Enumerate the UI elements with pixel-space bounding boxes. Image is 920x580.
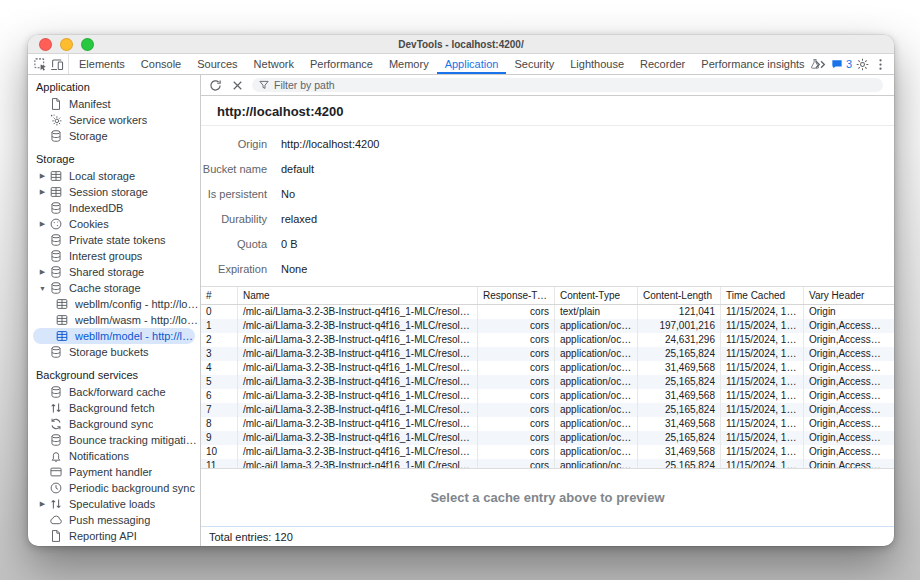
sidebar-item-periodic-background-sync[interactable]: Periodic background sync xyxy=(28,480,200,496)
sidebar-item-bounce-tracking-mitigations[interactable]: Bounce tracking mitigations xyxy=(28,432,200,448)
sidebar-item-storage[interactable]: Storage xyxy=(28,128,200,144)
table-icon xyxy=(55,297,69,311)
table-row[interactable]: 5/mlc-ai/Llama-3.2-3B-Instruct-q4f16_1-M… xyxy=(201,375,894,389)
table-cell: cors xyxy=(478,417,555,431)
sidebar-item-shared-storage[interactable]: ▶Shared storage xyxy=(28,264,200,280)
database-icon xyxy=(49,265,63,279)
sidebar-item-reporting-api[interactable]: Reporting API xyxy=(28,528,200,544)
sidebar-item-indexeddb[interactable]: IndexedDB xyxy=(28,200,200,216)
table-cell: 11/15/2024, 10… xyxy=(721,403,804,417)
tab-label: Network xyxy=(254,58,294,70)
sidebar-item-interest-groups[interactable]: Interest groups xyxy=(28,248,200,264)
more-tabs-icon[interactable] xyxy=(813,57,828,72)
tab-application[interactable]: Application xyxy=(437,54,507,74)
zoom-button[interactable] xyxy=(81,38,94,51)
column-header-response-type[interactable]: Response-Type xyxy=(478,287,555,304)
sidebar-item-storage-buckets[interactable]: Storage buckets xyxy=(28,344,200,360)
expand-right-icon[interactable]: ▶ xyxy=(36,172,49,180)
table-cell: Origin,Access… xyxy=(804,333,894,347)
tabbar-right-tools: 3 xyxy=(813,54,892,74)
sidebar-item-manifest[interactable]: Manifest xyxy=(28,96,200,112)
metadata-label: Origin xyxy=(201,138,267,150)
table-row[interactable]: 4/mlc-ai/Llama-3.2-3B-Instruct-q4f16_1-M… xyxy=(201,361,894,375)
sidebar-item-payment-handler[interactable]: Payment handler xyxy=(28,464,200,480)
column-header-vary-header[interactable]: Vary Header xyxy=(804,287,894,304)
tab-console[interactable]: Console xyxy=(133,54,189,74)
kebab-menu-icon[interactable] xyxy=(873,57,888,72)
expand-right-icon[interactable]: ▶ xyxy=(36,188,49,196)
table-row[interactable]: 11/mlc-ai/Llama-3.2-3B-Instruct-q4f16_1-… xyxy=(201,459,894,469)
table-row[interactable]: 6/mlc-ai/Llama-3.2-3B-Instruct-q4f16_1-M… xyxy=(201,389,894,403)
application-sidebar: ApplicationManifestService workersStorag… xyxy=(28,75,201,546)
column-header-time-cached[interactable]: Time Cached xyxy=(721,287,804,304)
expand-right-icon[interactable]: ▶ xyxy=(36,220,49,228)
table-cell: /mlc-ai/Llama-3.2-3B-Instruct-q4f16_1-ML… xyxy=(238,431,478,445)
sidebar-item-cache-storage[interactable]: ▼Cache storage xyxy=(28,280,200,296)
sidebar-item-label: Speculative loads xyxy=(69,498,155,510)
table-row[interactable]: 3/mlc-ai/Llama-3.2-3B-Instruct-q4f16_1-M… xyxy=(201,347,894,361)
sidebar-item-webllm-wasm-http-loca[interactable]: webllm/wasm - http://loca… xyxy=(28,312,200,328)
table-cell: /mlc-ai/Llama-3.2-3B-Instruct-q4f16_1-ML… xyxy=(238,389,478,403)
sidebar-item-speculative-loads[interactable]: ▶Speculative loads xyxy=(28,496,200,512)
sidebar-item-back-forward-cache[interactable]: Back/forward cache xyxy=(28,384,200,400)
table-cell: cors xyxy=(478,347,555,361)
column-header-name[interactable]: Name xyxy=(238,287,478,304)
sidebar-item-background-sync[interactable]: Background sync xyxy=(28,416,200,432)
table-row[interactable]: 8/mlc-ai/Llama-3.2-3B-Instruct-q4f16_1-M… xyxy=(201,417,894,431)
tab-network[interactable]: Network xyxy=(246,54,302,74)
tab-elements[interactable]: Elements xyxy=(71,54,133,74)
filter-by-path-input[interactable]: Filter by path xyxy=(252,78,883,92)
column-header-content-type[interactable]: Content-Type xyxy=(555,287,638,304)
table-row[interactable]: 2/mlc-ai/Llama-3.2-3B-Instruct-q4f16_1-M… xyxy=(201,333,894,347)
sidebar-item-local-storage[interactable]: ▶Local storage xyxy=(28,168,200,184)
sidebar-item-service-workers[interactable]: Service workers xyxy=(28,112,200,128)
issues-counter[interactable]: 3 xyxy=(831,58,852,70)
cache-entries-table: #NameResponse-TypeContent-TypeContent-Le… xyxy=(201,286,894,469)
window-titlebar[interactable]: DevTools - localhost:4200/ xyxy=(28,35,894,54)
table-row[interactable]: 7/mlc-ai/Llama-3.2-3B-Instruct-q4f16_1-M… xyxy=(201,403,894,417)
table-cell: Origin,Access… xyxy=(804,361,894,375)
table-row[interactable]: 1/mlc-ai/Llama-3.2-3B-Instruct-q4f16_1-M… xyxy=(201,319,894,333)
table-cell: application/oc… xyxy=(555,389,638,403)
sidebar-item-cookies[interactable]: ▶Cookies xyxy=(28,216,200,232)
tab-performance-insights[interactable]: Performance insights xyxy=(693,54,828,74)
table-footer: Total entries: 120 xyxy=(201,526,894,546)
column-header-[interactable]: # xyxy=(201,287,238,304)
minimize-button[interactable] xyxy=(60,38,73,51)
sidebar-item-label: Service workers xyxy=(69,114,147,126)
table-cell: Origin,Access… xyxy=(804,431,894,445)
device-toolbar-icon[interactable] xyxy=(50,57,65,72)
sidebar-item-push-messaging[interactable]: Push messaging xyxy=(28,512,200,528)
tab-recorder[interactable]: Recorder xyxy=(632,54,693,74)
inspect-element-icon[interactable] xyxy=(33,57,48,72)
sidebar-item-webllm-model-http-loc[interactable]: webllm/model - http://loc… xyxy=(33,328,195,344)
tab-memory[interactable]: Memory xyxy=(381,54,437,74)
table-row[interactable]: 9/mlc-ai/Llama-3.2-3B-Instruct-q4f16_1-M… xyxy=(201,431,894,445)
sidebar-item-notifications[interactable]: Notifications xyxy=(28,448,200,464)
refresh-icon[interactable] xyxy=(208,78,223,93)
table-cell: application/oc… xyxy=(555,361,638,375)
delete-selected-icon[interactable] xyxy=(230,78,245,93)
sidebar-item-session-storage[interactable]: ▶Session storage xyxy=(28,184,200,200)
expand-right-icon[interactable]: ▶ xyxy=(36,500,49,508)
tab-sources[interactable]: Sources xyxy=(189,54,245,74)
sidebar-item-private-state-tokens[interactable]: Private state tokens xyxy=(28,232,200,248)
filter-funnel-icon xyxy=(258,79,270,91)
expand-right-icon[interactable]: ▶ xyxy=(36,268,49,276)
table-row[interactable]: 0/mlc-ai/Llama-3.2-3B-Instruct-q4f16_1-M… xyxy=(201,305,894,319)
settings-gear-icon[interactable] xyxy=(855,57,870,72)
expand-down-icon[interactable]: ▼ xyxy=(36,285,49,292)
table-cell: application/oc… xyxy=(555,445,638,459)
sidebar-item-label: Notifications xyxy=(69,450,129,462)
sidebar-item-webllm-config-http-loc[interactable]: webllm/config - http://loc… xyxy=(28,296,200,312)
sidebar-item-background-fetch[interactable]: Background fetch xyxy=(28,400,200,416)
table-row[interactable]: 10/mlc-ai/Llama-3.2-3B-Instruct-q4f16_1-… xyxy=(201,445,894,459)
column-header-content-length[interactable]: Content-Length xyxy=(638,287,721,304)
tab-security[interactable]: Security xyxy=(506,54,562,74)
tab-label: Lighthouse xyxy=(570,58,624,70)
tab-performance[interactable]: Performance xyxy=(302,54,381,74)
table-cell: 8 xyxy=(201,417,238,431)
close-button[interactable] xyxy=(39,38,52,51)
table-cell: 11/15/2024, 10… xyxy=(721,417,804,431)
tab-lighthouse[interactable]: Lighthouse xyxy=(562,54,632,74)
